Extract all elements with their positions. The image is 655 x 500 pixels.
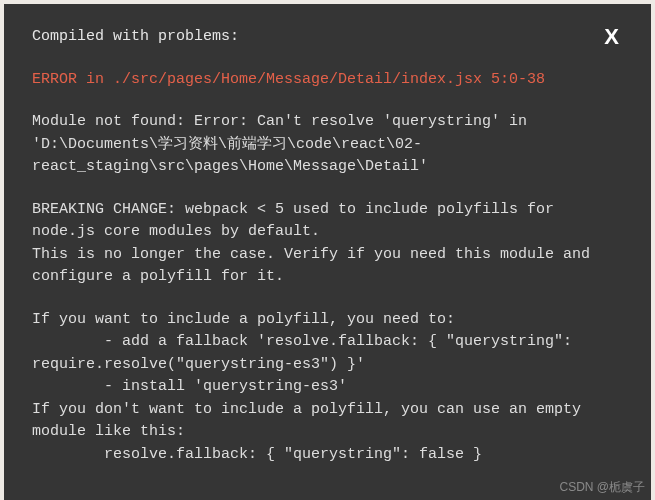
error-overlay: Compiled with problems: X ERROR in ./src… — [4, 4, 651, 500]
error-message-module-not-found: Module not found: Error: Can't resolve '… — [32, 111, 623, 179]
error-location-line: ERROR in ./src/pages/Home/Message/Detail… — [32, 69, 623, 92]
close-button[interactable]: X — [600, 26, 623, 48]
overlay-title: Compiled with problems: — [32, 26, 239, 49]
error-message-polyfill-instructions: If you want to include a polyfill, you n… — [32, 309, 623, 467]
error-message-breaking-change: BREAKING CHANGE: webpack < 5 used to inc… — [32, 199, 623, 289]
watermark-text: CSDN @栀虞子 — [559, 479, 645, 496]
overlay-header: Compiled with problems: X — [32, 26, 623, 49]
